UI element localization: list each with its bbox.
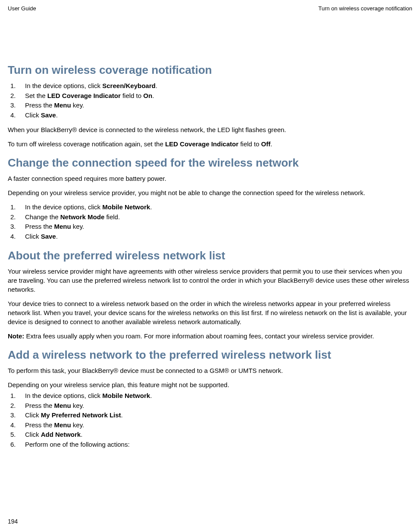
list-item: Press the Menu key. <box>8 420 412 430</box>
section-title-add-network: Add a wireless network to the preferred … <box>8 348 412 362</box>
paragraph: Your wireless service provider might hav… <box>8 267 412 294</box>
note-paragraph: Note: Extra fees usually apply when you … <box>8 331 412 341</box>
paragraph: Depending on your wireless service provi… <box>8 188 412 197</box>
list-item: Click Add Network. <box>8 430 412 440</box>
section1-steps: In the device options, click Screen/Keyb… <box>8 81 412 120</box>
list-item: Press the Menu key. <box>8 401 412 411</box>
paragraph: A faster connection speed requires more … <box>8 174 412 183</box>
page-header: User Guide Turn on wireless coverage not… <box>8 5 412 12</box>
list-item: Click Save. <box>8 232 412 242</box>
section-title-wireless-coverage: Turn on wireless coverage notification <box>8 63 412 77</box>
page-number: 194 <box>8 518 18 525</box>
list-item: Perform one of the following actions: <box>8 440 412 450</box>
paragraph: To turn off wireless coverage notificati… <box>8 139 412 148</box>
paragraph: Your device tries to connect to a wirele… <box>8 299 412 326</box>
list-item: In the device options, click Mobile Netw… <box>8 391 412 401</box>
list-item: Press the Menu key. <box>8 101 412 110</box>
list-item: Change the Network Mode field. <box>8 212 412 222</box>
list-item: In the device options, click Screen/Keyb… <box>8 81 412 91</box>
list-item: Press the Menu key. <box>8 222 412 232</box>
header-right: Turn on wireless coverage notification <box>318 5 412 12</box>
section2-steps: In the device options, click Mobile Netw… <box>8 202 412 241</box>
paragraph: Depending on your wireless service plan,… <box>8 380 412 389</box>
section-title-preferred-list: About the preferred wireless network lis… <box>8 249 412 262</box>
list-item: Click My Preferred Network List. <box>8 410 412 420</box>
paragraph: To perform this task, your BlackBerry® d… <box>8 366 412 375</box>
section4-steps: In the device options, click Mobile Netw… <box>8 391 412 449</box>
paragraph: When your BlackBerry® device is connecte… <box>8 125 412 134</box>
list-item: In the device options, click Mobile Netw… <box>8 202 412 212</box>
list-item: Set the LED Coverage Indicator field to … <box>8 91 412 101</box>
list-item: Click Save. <box>8 110 412 120</box>
header-left: User Guide <box>8 5 36 12</box>
section-title-connection-speed: Change the connection speed for the wire… <box>8 156 412 170</box>
